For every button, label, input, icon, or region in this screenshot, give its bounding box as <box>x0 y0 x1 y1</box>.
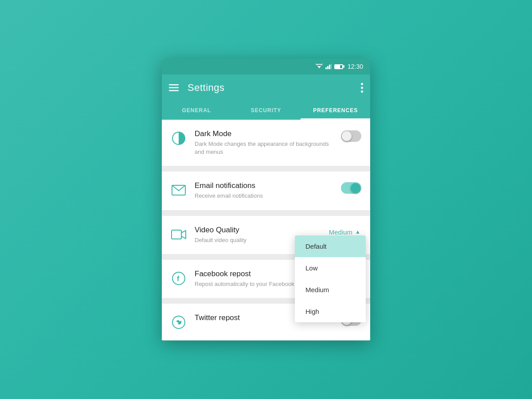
dropdown-option-high[interactable]: High <box>295 301 366 322</box>
video-quality-setting: Video Quality Default video quality Medi… <box>162 216 370 254</box>
svg-rect-7 <box>169 90 179 91</box>
status-time: 12:30 <box>348 63 363 70</box>
dark-mode-toggle-thumb <box>342 131 352 141</box>
email-notifications-control[interactable] <box>341 182 361 194</box>
email-notifications-toggle-thumb <box>351 183 360 193</box>
more-icon[interactable] <box>361 83 363 93</box>
video-quality-control[interactable]: Medium ▲ Default Low Medium High <box>328 227 361 238</box>
email-icon <box>171 182 187 198</box>
svg-text:f: f <box>177 275 180 282</box>
dropdown-up-arrow-icon: ▲ <box>355 229 360 235</box>
svg-rect-3 <box>329 65 330 69</box>
svg-point-9 <box>361 87 363 89</box>
facebook-icon: f <box>171 270 187 286</box>
svg-rect-1 <box>325 67 327 69</box>
tabs: GENERAL SECURITY PREFERENCES <box>162 101 370 120</box>
tab-general[interactable]: GENERAL <box>162 101 231 120</box>
video-quality-value: Medium <box>329 228 352 236</box>
svg-rect-5 <box>169 84 179 86</box>
video-quality-icon <box>171 227 187 243</box>
email-notifications-text: Email notifications Receive email notifi… <box>195 181 336 200</box>
section-gap-1 <box>162 166 370 172</box>
email-notifications-desc: Receive email notifications <box>195 192 336 200</box>
dropdown-option-default[interactable]: Default <box>295 235 366 257</box>
svg-rect-4 <box>331 64 332 69</box>
email-notifications-setting: Email notifications Receive email notifi… <box>162 172 370 210</box>
svg-rect-2 <box>327 66 329 69</box>
signal-icon <box>325 64 332 69</box>
tab-preferences[interactable]: PREFERENCES <box>301 101 370 120</box>
dark-mode-text: Dark Mode Dark Mode changes the appearan… <box>195 129 336 156</box>
dark-mode-toggle[interactable] <box>341 130 361 142</box>
dark-mode-icon <box>171 130 187 146</box>
dark-mode-control[interactable] <box>341 130 361 142</box>
svg-point-8 <box>361 83 363 85</box>
tab-security[interactable]: SECURITY <box>231 101 301 120</box>
section-gap-2 <box>162 211 370 216</box>
status-bar: 12:30 <box>162 59 370 74</box>
email-notifications-toggle[interactable] <box>341 182 361 194</box>
hamburger-icon[interactable] <box>169 84 179 91</box>
video-quality-dropdown-menu: Default Low Medium High <box>295 235 366 322</box>
phone-frame: 12:30 Settings GENERAL SECURITY <box>162 59 370 340</box>
app-bar: Settings <box>162 74 370 101</box>
twitter-icon <box>171 314 187 330</box>
svg-point-10 <box>361 90 363 93</box>
dropdown-option-medium[interactable]: Medium <box>295 279 366 301</box>
dropdown-option-low[interactable]: Low <box>295 257 366 279</box>
svg-rect-13 <box>172 230 181 239</box>
content: Dark Mode Dark Mode changes the appearan… <box>162 120 370 340</box>
svg-marker-0 <box>317 66 321 68</box>
email-notifications-title: Email notifications <box>195 181 336 190</box>
status-icons: 12:30 <box>316 63 363 70</box>
wifi-icon <box>316 64 323 69</box>
app-title: Settings <box>188 82 361 94</box>
svg-rect-6 <box>169 87 179 89</box>
battery-icon <box>334 64 343 69</box>
dark-mode-title: Dark Mode <box>195 129 336 138</box>
video-quality-title: Video Quality <box>195 226 324 235</box>
dark-mode-setting: Dark Mode Dark Mode changes the appearan… <box>162 120 370 166</box>
dark-mode-desc: Dark Mode changes the appearance of back… <box>195 140 336 156</box>
